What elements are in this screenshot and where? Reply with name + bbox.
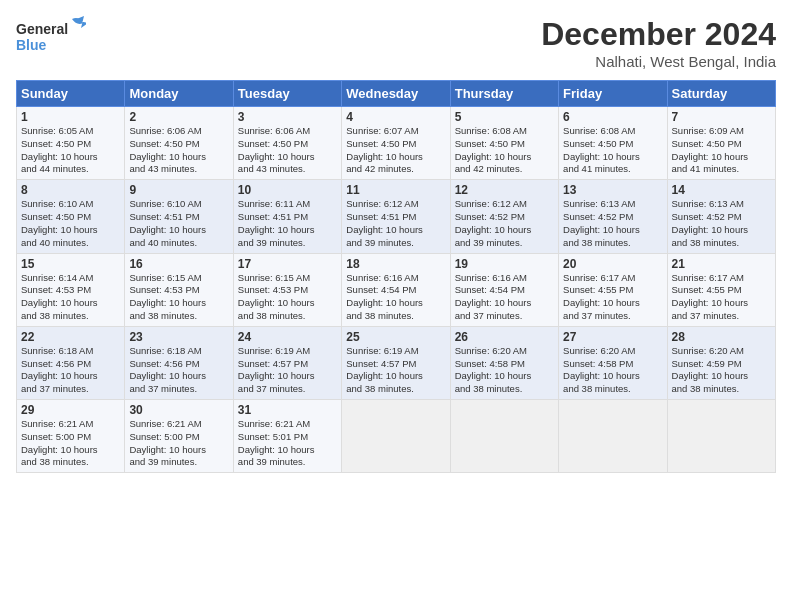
calendar-cell: 20Sunrise: 6:17 AM Sunset: 4:55 PM Dayli… — [559, 253, 667, 326]
svg-text:Blue: Blue — [16, 37, 47, 53]
calendar-cell — [342, 400, 450, 473]
day-number: 12 — [455, 183, 554, 197]
day-info: Sunrise: 6:19 AM Sunset: 4:57 PM Dayligh… — [238, 345, 337, 396]
day-info: Sunrise: 6:17 AM Sunset: 4:55 PM Dayligh… — [563, 272, 662, 323]
calendar-cell: 31Sunrise: 6:21 AM Sunset: 5:01 PM Dayli… — [233, 400, 341, 473]
day-info: Sunrise: 6:09 AM Sunset: 4:50 PM Dayligh… — [672, 125, 771, 176]
calendar-cell: 4Sunrise: 6:07 AM Sunset: 4:50 PM Daylig… — [342, 107, 450, 180]
calendar-cell — [667, 400, 775, 473]
day-info: Sunrise: 6:13 AM Sunset: 4:52 PM Dayligh… — [672, 198, 771, 249]
weekday-header-friday: Friday — [559, 81, 667, 107]
day-info: Sunrise: 6:20 AM Sunset: 4:58 PM Dayligh… — [455, 345, 554, 396]
day-info: Sunrise: 6:06 AM Sunset: 4:50 PM Dayligh… — [238, 125, 337, 176]
day-info: Sunrise: 6:15 AM Sunset: 4:53 PM Dayligh… — [129, 272, 228, 323]
day-info: Sunrise: 6:05 AM Sunset: 4:50 PM Dayligh… — [21, 125, 120, 176]
calendar-cell: 30Sunrise: 6:21 AM Sunset: 5:00 PM Dayli… — [125, 400, 233, 473]
calendar-week-4: 22Sunrise: 6:18 AM Sunset: 4:56 PM Dayli… — [17, 326, 776, 399]
day-info: Sunrise: 6:21 AM Sunset: 5:00 PM Dayligh… — [129, 418, 228, 469]
day-number: 28 — [672, 330, 771, 344]
day-number: 25 — [346, 330, 445, 344]
day-info: Sunrise: 6:19 AM Sunset: 4:57 PM Dayligh… — [346, 345, 445, 396]
calendar-cell: 7Sunrise: 6:09 AM Sunset: 4:50 PM Daylig… — [667, 107, 775, 180]
calendar-cell: 13Sunrise: 6:13 AM Sunset: 4:52 PM Dayli… — [559, 180, 667, 253]
day-number: 21 — [672, 257, 771, 271]
day-number: 5 — [455, 110, 554, 124]
day-number: 30 — [129, 403, 228, 417]
month-title: December 2024 — [541, 16, 776, 53]
day-info: Sunrise: 6:10 AM Sunset: 4:51 PM Dayligh… — [129, 198, 228, 249]
calendar-cell: 5Sunrise: 6:08 AM Sunset: 4:50 PM Daylig… — [450, 107, 558, 180]
day-info: Sunrise: 6:12 AM Sunset: 4:51 PM Dayligh… — [346, 198, 445, 249]
calendar-cell: 1Sunrise: 6:05 AM Sunset: 4:50 PM Daylig… — [17, 107, 125, 180]
day-number: 4 — [346, 110, 445, 124]
weekday-header-row: SundayMondayTuesdayWednesdayThursdayFrid… — [17, 81, 776, 107]
calendar-week-1: 1Sunrise: 6:05 AM Sunset: 4:50 PM Daylig… — [17, 107, 776, 180]
day-number: 2 — [129, 110, 228, 124]
calendar-cell: 29Sunrise: 6:21 AM Sunset: 5:00 PM Dayli… — [17, 400, 125, 473]
calendar-cell: 3Sunrise: 6:06 AM Sunset: 4:50 PM Daylig… — [233, 107, 341, 180]
day-number: 22 — [21, 330, 120, 344]
calendar-week-3: 15Sunrise: 6:14 AM Sunset: 4:53 PM Dayli… — [17, 253, 776, 326]
day-number: 20 — [563, 257, 662, 271]
calendar-cell: 24Sunrise: 6:19 AM Sunset: 4:57 PM Dayli… — [233, 326, 341, 399]
location: Nalhati, West Bengal, India — [541, 53, 776, 70]
calendar-cell: 15Sunrise: 6:14 AM Sunset: 4:53 PM Dayli… — [17, 253, 125, 326]
day-number: 10 — [238, 183, 337, 197]
day-number: 31 — [238, 403, 337, 417]
day-info: Sunrise: 6:16 AM Sunset: 4:54 PM Dayligh… — [346, 272, 445, 323]
day-info: Sunrise: 6:11 AM Sunset: 4:51 PM Dayligh… — [238, 198, 337, 249]
calendar-cell: 21Sunrise: 6:17 AM Sunset: 4:55 PM Dayli… — [667, 253, 775, 326]
logo-svg: General Blue — [16, 16, 86, 65]
day-number: 3 — [238, 110, 337, 124]
day-number: 15 — [21, 257, 120, 271]
svg-text:General: General — [16, 21, 68, 37]
day-number: 23 — [129, 330, 228, 344]
day-number: 19 — [455, 257, 554, 271]
weekday-header-saturday: Saturday — [667, 81, 775, 107]
calendar-week-5: 29Sunrise: 6:21 AM Sunset: 5:00 PM Dayli… — [17, 400, 776, 473]
day-info: Sunrise: 6:13 AM Sunset: 4:52 PM Dayligh… — [563, 198, 662, 249]
weekday-header-monday: Monday — [125, 81, 233, 107]
calendar-cell: 25Sunrise: 6:19 AM Sunset: 4:57 PM Dayli… — [342, 326, 450, 399]
day-number: 18 — [346, 257, 445, 271]
title-block: December 2024 Nalhati, West Bengal, Indi… — [541, 16, 776, 70]
day-number: 1 — [21, 110, 120, 124]
day-number: 13 — [563, 183, 662, 197]
calendar-week-2: 8Sunrise: 6:10 AM Sunset: 4:50 PM Daylig… — [17, 180, 776, 253]
calendar-cell: 9Sunrise: 6:10 AM Sunset: 4:51 PM Daylig… — [125, 180, 233, 253]
day-info: Sunrise: 6:08 AM Sunset: 4:50 PM Dayligh… — [563, 125, 662, 176]
calendar-cell: 6Sunrise: 6:08 AM Sunset: 4:50 PM Daylig… — [559, 107, 667, 180]
day-info: Sunrise: 6:18 AM Sunset: 4:56 PM Dayligh… — [129, 345, 228, 396]
day-info: Sunrise: 6:20 AM Sunset: 4:58 PM Dayligh… — [563, 345, 662, 396]
calendar-cell: 11Sunrise: 6:12 AM Sunset: 4:51 PM Dayli… — [342, 180, 450, 253]
calendar-cell: 10Sunrise: 6:11 AM Sunset: 4:51 PM Dayli… — [233, 180, 341, 253]
calendar-cell: 27Sunrise: 6:20 AM Sunset: 4:58 PM Dayli… — [559, 326, 667, 399]
day-number: 6 — [563, 110, 662, 124]
day-info: Sunrise: 6:12 AM Sunset: 4:52 PM Dayligh… — [455, 198, 554, 249]
day-info: Sunrise: 6:20 AM Sunset: 4:59 PM Dayligh… — [672, 345, 771, 396]
calendar-cell: 16Sunrise: 6:15 AM Sunset: 4:53 PM Dayli… — [125, 253, 233, 326]
calendar-table: SundayMondayTuesdayWednesdayThursdayFrid… — [16, 80, 776, 473]
calendar-cell: 17Sunrise: 6:15 AM Sunset: 4:53 PM Dayli… — [233, 253, 341, 326]
day-info: Sunrise: 6:10 AM Sunset: 4:50 PM Dayligh… — [21, 198, 120, 249]
day-info: Sunrise: 6:07 AM Sunset: 4:50 PM Dayligh… — [346, 125, 445, 176]
weekday-header-tuesday: Tuesday — [233, 81, 341, 107]
weekday-header-sunday: Sunday — [17, 81, 125, 107]
day-number: 24 — [238, 330, 337, 344]
day-number: 17 — [238, 257, 337, 271]
calendar-cell: 12Sunrise: 6:12 AM Sunset: 4:52 PM Dayli… — [450, 180, 558, 253]
calendar-cell: 23Sunrise: 6:18 AM Sunset: 4:56 PM Dayli… — [125, 326, 233, 399]
day-number: 27 — [563, 330, 662, 344]
page-header: General Blue December 2024 Nalhati, West… — [16, 16, 776, 70]
day-info: Sunrise: 6:21 AM Sunset: 5:00 PM Dayligh… — [21, 418, 120, 469]
weekday-header-wednesday: Wednesday — [342, 81, 450, 107]
day-number: 7 — [672, 110, 771, 124]
calendar-cell: 2Sunrise: 6:06 AM Sunset: 4:50 PM Daylig… — [125, 107, 233, 180]
calendar-cell: 28Sunrise: 6:20 AM Sunset: 4:59 PM Dayli… — [667, 326, 775, 399]
calendar-cell — [450, 400, 558, 473]
calendar-cell: 8Sunrise: 6:10 AM Sunset: 4:50 PM Daylig… — [17, 180, 125, 253]
day-number: 29 — [21, 403, 120, 417]
logo: General Blue — [16, 16, 86, 65]
day-number: 9 — [129, 183, 228, 197]
day-number: 26 — [455, 330, 554, 344]
